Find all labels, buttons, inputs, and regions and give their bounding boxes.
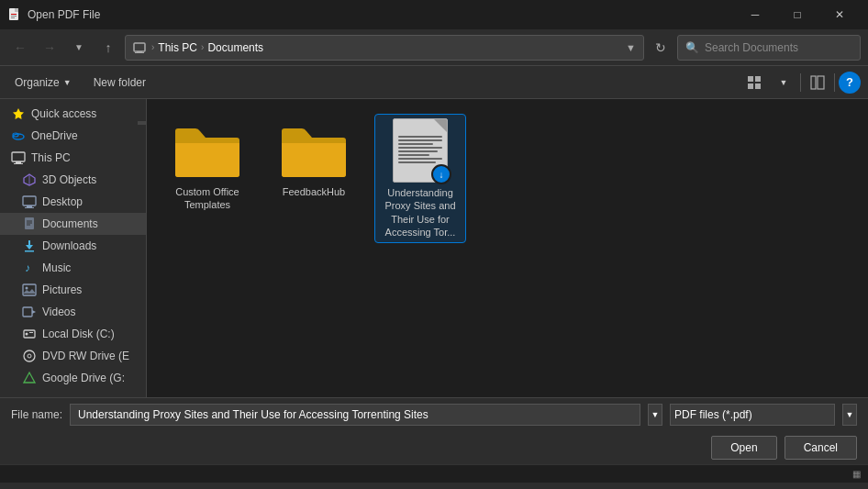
3d-objects-icon bbox=[22, 172, 37, 187]
svg-marker-34 bbox=[23, 289, 36, 294]
minimize-button[interactable]: ─ bbox=[734, 0, 776, 29]
svg-marker-42 bbox=[24, 372, 35, 383]
sidebar-item-pictures[interactable]: Pictures bbox=[0, 279, 146, 301]
videos-icon bbox=[22, 305, 37, 319]
file-item-proxy-sites[interactable]: ↓ Understanding Proxy Sites and Their Us… bbox=[374, 114, 466, 243]
sidebar-item-3d-objects[interactable]: 3D Objects bbox=[0, 169, 146, 191]
file-item-feedbackhub[interactable]: FeedbackHub bbox=[268, 114, 360, 243]
sidebar-item-label-quick-access: Quick access bbox=[31, 107, 96, 120]
address-bar: ← → ▼ ↑ › This PC › Documents ▼ ↻ 🔍 bbox=[0, 29, 868, 66]
sidebar-item-label-onedrive: OneDrive bbox=[31, 129, 78, 142]
maximize-button[interactable]: □ bbox=[776, 0, 818, 29]
refresh-button[interactable]: ↻ bbox=[648, 35, 673, 61]
search-input[interactable] bbox=[705, 41, 852, 54]
forward-button[interactable]: → bbox=[37, 35, 62, 61]
sidebar-item-quick-access[interactable]: Quick access bbox=[0, 103, 146, 125]
back-button[interactable]: ← bbox=[7, 35, 33, 61]
sidebar-item-label-google-drive: Google Drive (G: bbox=[42, 372, 125, 384]
sidebar-item-desktop[interactable]: Desktop bbox=[0, 191, 146, 213]
sidebar-item-dvd-drive[interactable]: DVD RW Drive (E bbox=[0, 345, 146, 367]
svg-rect-24 bbox=[25, 207, 34, 208]
this-pc-icon bbox=[11, 150, 26, 165]
svg-rect-4 bbox=[11, 17, 15, 18]
sidebar-item-local-disk[interactable]: Local Disk (C:) bbox=[0, 323, 146, 345]
desktop-icon bbox=[22, 194, 37, 209]
path-this-pc bbox=[133, 40, 148, 54]
svg-rect-5 bbox=[134, 43, 145, 51]
sidebar: Quick accessOneDriveThis PC3D ObjectsDes… bbox=[0, 99, 147, 393]
sidebar-item-label-videos: Videos bbox=[42, 306, 75, 318]
view-dropdown-button[interactable]: ▼ bbox=[771, 70, 796, 95]
window-controls: ─ □ ✕ bbox=[734, 0, 861, 29]
filename-dropdown-button[interactable]: ▼ bbox=[648, 404, 662, 426]
sidebar-item-this-pc[interactable]: This PC bbox=[0, 147, 146, 169]
status-bar: ▦ bbox=[0, 464, 868, 483]
address-path[interactable]: › This PC › Documents ▼ bbox=[125, 35, 644, 61]
bottom-bar: File name: ▼ ▼ Open Cancel bbox=[0, 397, 868, 464]
documents-icon bbox=[22, 217, 37, 231]
sidebar-item-label-local-disk: Local Disk (C:) bbox=[42, 328, 115, 340]
svg-rect-8 bbox=[748, 76, 753, 82]
filetype-select[interactable] bbox=[670, 404, 835, 426]
sidebar-item-label-this-pc: This PC bbox=[31, 151, 71, 164]
pane-button[interactable] bbox=[805, 70, 830, 95]
sidebar-item-documents[interactable]: Documents bbox=[0, 213, 146, 235]
title-bar: Open PDF File ─ □ ✕ bbox=[0, 0, 868, 29]
svg-rect-38 bbox=[29, 332, 33, 333]
cancel-button[interactable]: Cancel bbox=[785, 436, 857, 460]
up-button[interactable]: ↑ bbox=[95, 35, 121, 61]
svg-rect-2 bbox=[11, 14, 17, 15]
svg-rect-13 bbox=[818, 76, 824, 89]
sidebar-item-videos[interactable]: Videos bbox=[0, 301, 146, 323]
svg-text:♪: ♪ bbox=[25, 261, 30, 274]
svg-rect-3 bbox=[11, 16, 17, 17]
file-label-custom-office: Custom Office Templates bbox=[165, 185, 250, 212]
file-icon-custom-office bbox=[171, 117, 244, 182]
organize-button[interactable]: Organize ▼ bbox=[7, 72, 79, 93]
sidebar-item-label-desktop: Desktop bbox=[42, 195, 83, 208]
path-dropdown-button[interactable]: ▼ bbox=[626, 42, 636, 53]
open-button[interactable]: Open bbox=[711, 436, 776, 460]
file-area: Custom Office Templates FeedbackHub ↓ Un… bbox=[147, 99, 868, 397]
svg-rect-19 bbox=[14, 163, 23, 164]
filetype-dropdown-button[interactable]: ▼ bbox=[842, 404, 857, 426]
main-content: Quick accessOneDriveThis PC3D ObjectsDes… bbox=[0, 99, 868, 397]
svg-marker-29 bbox=[26, 240, 33, 250]
path-arrow-2: › bbox=[201, 42, 204, 52]
new-folder-button[interactable]: New folder bbox=[86, 72, 153, 93]
sidebar-item-label-downloads: Downloads bbox=[42, 239, 96, 252]
toolbar-separator-2 bbox=[834, 73, 835, 92]
toolbar-right: ▼ ? bbox=[741, 70, 861, 95]
pictures-icon bbox=[22, 283, 37, 297]
help-button[interactable]: ? bbox=[839, 72, 861, 94]
search-box: 🔍 bbox=[677, 35, 861, 61]
sidebar-item-google-drive[interactable]: Google Drive (G: bbox=[0, 367, 146, 389]
file-label-feedbackhub: FeedbackHub bbox=[283, 185, 346, 198]
view-toggle-button[interactable] bbox=[741, 70, 767, 95]
organize-dropdown-icon: ▼ bbox=[63, 78, 72, 87]
svg-rect-12 bbox=[811, 76, 816, 89]
file-icon-proxy-sites: ↓ bbox=[384, 118, 457, 183]
svg-point-39 bbox=[26, 333, 28, 336]
path-this-pc-label: This PC bbox=[158, 41, 197, 54]
close-button[interactable]: ✕ bbox=[818, 0, 861, 29]
window-title: Open PDF File bbox=[28, 8, 734, 21]
svg-rect-11 bbox=[755, 83, 761, 89]
svg-point-40 bbox=[24, 350, 35, 361]
sidebar-item-music[interactable]: ♪Music bbox=[0, 257, 146, 279]
sidebar-item-label-music: Music bbox=[42, 261, 71, 274]
status-icon: ▦ bbox=[852, 469, 861, 479]
sidebar-item-downloads[interactable]: Downloads bbox=[0, 235, 146, 257]
new-folder-label: New folder bbox=[94, 76, 146, 89]
svg-rect-9 bbox=[755, 76, 761, 82]
svg-rect-1 bbox=[15, 8, 18, 12]
path-arrow-1: › bbox=[151, 42, 154, 52]
downloads-icon bbox=[22, 239, 37, 253]
sidebar-item-onedrive[interactable]: OneDrive bbox=[0, 125, 146, 147]
svg-rect-30 bbox=[25, 250, 34, 252]
sidebar-item-label-pictures: Pictures bbox=[42, 283, 82, 296]
filename-input[interactable] bbox=[70, 404, 640, 426]
dropdown-nav-button[interactable]: ▼ bbox=[66, 35, 92, 61]
dvd-drive-icon bbox=[22, 349, 37, 363]
file-item-custom-office[interactable]: Custom Office Templates bbox=[161, 114, 253, 243]
